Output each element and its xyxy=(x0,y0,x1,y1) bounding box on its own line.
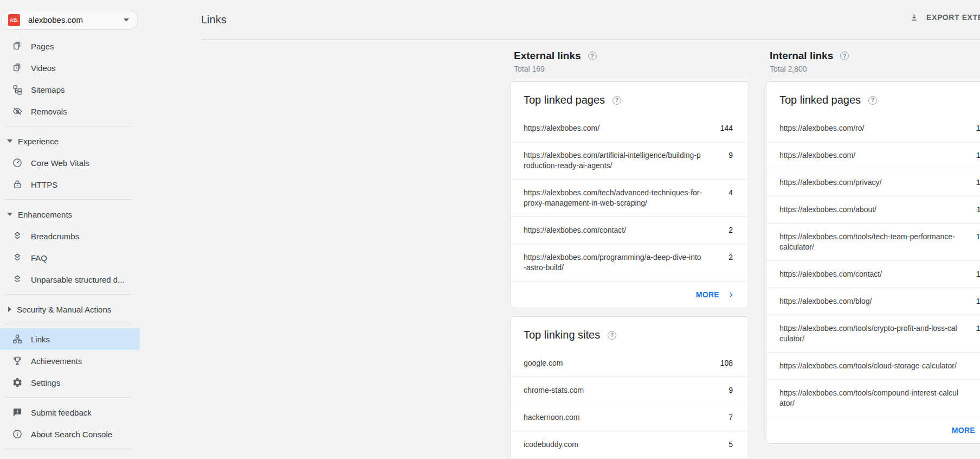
table-row[interactable]: hackernoon.com 7 xyxy=(511,404,749,431)
table-row[interactable]: https://alexbobes.com/tools/tech-team-pe… xyxy=(766,224,980,261)
linked-page-url: https://alexbobes.com/blog/ xyxy=(779,296,958,307)
link-count: 7 xyxy=(728,412,733,423)
sidebar-item-sitemaps[interactable]: Sitemaps xyxy=(0,79,140,100)
table-row[interactable]: https://alexbobes.com/artificial-intelli… xyxy=(511,142,749,180)
sidebar-item-label: Core Web Vitals xyxy=(31,158,89,168)
linking-site: hackernoon.com xyxy=(524,412,702,423)
internal-links-header: Internal links ? Total 2,800 xyxy=(766,50,980,73)
table-row[interactable]: chrome-stats.com 9 xyxy=(511,377,749,404)
sidebar-item-label: Unparsable structured d... xyxy=(31,275,125,284)
top-linked-pages-card-internal: Top linked pages ? https://alexbobes.com… xyxy=(766,81,980,444)
help-icon[interactable]: ? xyxy=(840,52,849,60)
table-row[interactable]: https://alexbobes.com/tech/advanced-tech… xyxy=(511,180,749,217)
sidebar-item-breadcrumbs[interactable]: Breadcrumbs xyxy=(0,225,140,247)
table-row[interactable]: https://alexbobes.com/blog/ 101 xyxy=(766,288,980,315)
removals-icon xyxy=(12,106,23,117)
expand-arrow-icon xyxy=(8,307,11,312)
table-row[interactable]: https://alexbobes.com/contact/ 2 xyxy=(511,217,749,244)
page-header: Links xyxy=(201,0,980,40)
sidebar-item-label: Pages xyxy=(31,42,54,51)
sidebar-section-experience[interactable]: Experience xyxy=(0,130,140,152)
sidebar-item-removals[interactable]: Removals xyxy=(0,100,140,122)
table-row[interactable]: https://alexbobes.com/about/ 114 xyxy=(766,196,980,224)
table-row[interactable]: https://alexbobes.com/ro/ 142 xyxy=(766,115,980,142)
sidebar-item-submit-feedback[interactable]: Submit feedback xyxy=(0,401,140,423)
sidebar-item-achievements[interactable]: Achievements xyxy=(0,350,140,372)
table-row[interactable]: https://alexbobes.com/ 138 xyxy=(766,142,980,169)
table-row[interactable]: https://alexbobes.com/programming/a-deep… xyxy=(511,244,749,282)
sidebar-section-security-manual-actions[interactable]: Security & Manual Actions xyxy=(0,298,140,320)
sidebar-item-about-search-console[interactable]: About Search Console xyxy=(0,423,140,445)
chevron-right-icon xyxy=(727,291,734,298)
linked-page-url: https://alexbobes.com/tech/advanced-tech… xyxy=(524,188,702,208)
link-count: 142 xyxy=(976,123,980,133)
link-count: 108 xyxy=(720,358,733,368)
sidebar-item-unparsable-structured-data[interactable]: Unparsable structured d... xyxy=(0,269,140,290)
sidebar: AB. alexbobes.com Pages Videos Sitemaps … xyxy=(0,0,140,459)
sidebar-item-settings[interactable]: Settings xyxy=(0,372,140,393)
help-icon[interactable]: ? xyxy=(608,331,616,340)
linked-page-url: https://alexbobes.com/privacy/ xyxy=(779,177,958,188)
search-console-links-page: { "colors": { "accent_blue": "#1a73e8", … xyxy=(0,0,980,459)
more-button[interactable]: MORE xyxy=(511,282,749,308)
table-row[interactable]: https://alexbobes.com/tools/compound-int… xyxy=(766,380,980,417)
sidebar-item-label: Links xyxy=(31,335,50,344)
sidebar-section-enhancements[interactable]: Enhancements xyxy=(0,203,140,225)
pages-icon xyxy=(12,41,23,52)
link-count: 101 xyxy=(976,296,980,307)
linking-site: icodebuddy.com xyxy=(524,439,702,450)
sidebar-item-label: Removals xyxy=(31,107,67,116)
collapse-arrow-icon xyxy=(7,139,12,143)
sidebar-item-label: Settings xyxy=(31,378,60,387)
table-row[interactable]: https://alexbobes.com/tools/cloud-storag… xyxy=(766,353,980,380)
linked-page-url: https://alexbobes.com/ro/ xyxy=(779,123,958,133)
gear-icon xyxy=(12,377,23,388)
card-title: Top linked pages xyxy=(779,94,861,106)
sidebar-item-https[interactable]: HTTPS xyxy=(0,174,140,195)
more-button[interactable]: MORE xyxy=(766,417,980,443)
sidebar-divider xyxy=(5,126,132,126)
table-row[interactable]: icodebuddy.com 5 xyxy=(511,431,749,458)
card-title: Top linking sites xyxy=(524,329,600,341)
export-label: EXPORT EXTERNAL LINKS xyxy=(926,13,980,22)
collapse-arrow-icon xyxy=(7,213,12,216)
structured-data-icon xyxy=(12,274,23,285)
sidebar-item-pages[interactable]: Pages xyxy=(0,35,140,57)
sidebar-item-faq[interactable]: FAQ xyxy=(0,247,140,269)
feedback-icon xyxy=(12,407,23,418)
sidebar-section-label: Enhancements xyxy=(18,210,72,219)
table-row[interactable]: https://alexbobes.com/contact/ 102 xyxy=(766,261,980,288)
table-row[interactable]: https://alexbobes.com/privacy/ 120 xyxy=(766,169,980,196)
linked-page-url: https://alexbobes.com/tools/compound-int… xyxy=(779,388,958,409)
linked-page-url: https://alexbobes.com/contact/ xyxy=(779,269,958,279)
dropdown-caret-icon xyxy=(124,18,129,22)
help-icon[interactable]: ? xyxy=(612,96,621,105)
sidebar-item-core-web-vitals[interactable]: Core Web Vitals xyxy=(0,152,140,174)
link-count: 102 xyxy=(976,269,980,279)
sidebar-section-label: Experience xyxy=(18,137,59,146)
link-count: 9 xyxy=(728,150,733,161)
card-title: Top linked pages xyxy=(524,94,605,106)
property-favicon: AB. xyxy=(8,14,20,26)
help-icon[interactable]: ? xyxy=(868,96,877,105)
sidebar-item-links[interactable]: Links xyxy=(0,328,140,350)
sidebar-item-label: Sitemaps xyxy=(31,85,65,94)
sidebar-divider xyxy=(5,397,132,398)
more-label: MORE xyxy=(952,426,975,435)
property-selector[interactable]: AB. alexbobes.com xyxy=(1,10,138,30)
top-linking-sites-card: Top linking sites ? google.com 108 chrom… xyxy=(510,316,749,459)
linked-page-url: https://alexbobes.com/ xyxy=(524,123,702,133)
trophy-icon xyxy=(12,355,23,366)
sidebar-divider xyxy=(5,294,132,295)
sidebar-item-videos[interactable]: Videos xyxy=(0,57,140,79)
section-total: Total 2,800 xyxy=(770,65,980,73)
table-row[interactable]: https://alexbobes.com/tools/crypto-profi… xyxy=(766,315,980,353)
linking-site: chrome-stats.com xyxy=(524,385,702,396)
table-row[interactable]: https://alexbobes.com/ 144 xyxy=(511,115,749,142)
help-icon[interactable]: ? xyxy=(588,52,597,60)
export-button[interactable]: EXPORT EXTERNAL LINKS xyxy=(909,9,980,25)
section-title: Internal links xyxy=(770,50,833,62)
table-row[interactable]: google.com 108 xyxy=(511,350,749,377)
links-icon xyxy=(12,334,23,345)
linked-page-url: https://alexbobes.com/programming/a-deep… xyxy=(524,252,702,273)
